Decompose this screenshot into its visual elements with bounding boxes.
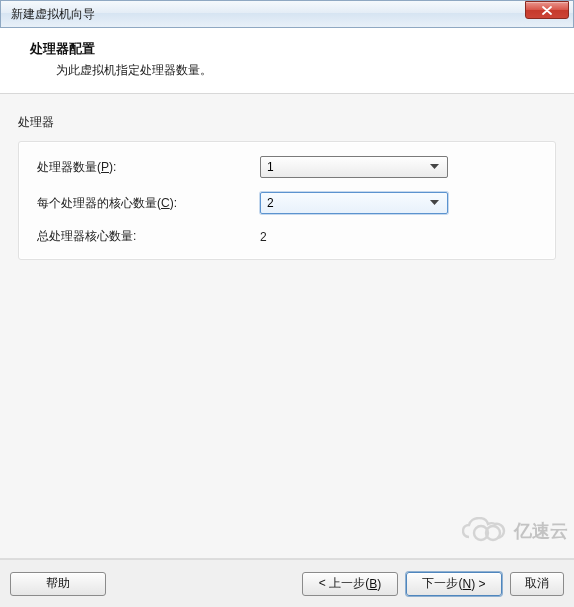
close-button[interactable] [525,1,569,19]
close-icon [542,6,552,15]
select-cores-per-processor[interactable]: 2 [260,192,448,214]
chevron-down-icon [426,157,443,177]
wizard-header: 处理器配置 为此虚拟机指定处理器数量。 [0,28,574,94]
titlebar: 新建虚拟机向导 [0,0,574,28]
label-total-cores: 总处理器核心数量: [35,228,260,245]
value-total-cores: 2 [260,230,267,244]
select-cores-per-processor-value: 2 [267,196,274,210]
next-button[interactable]: 下一步(N) > [406,572,502,596]
back-button[interactable]: < 上一步(B) [302,572,398,596]
select-processor-count-value: 1 [267,160,274,174]
select-processor-count[interactable]: 1 [260,156,448,178]
processors-group: 处理器数量(P): 1 每个处理器的核心数量(C): 2 总处理器核心数量: [18,141,556,260]
button-bar: 帮助 < 上一步(B) 下一步(N) > 取消 [0,559,574,607]
row-cores-per-processor: 每个处理器的核心数量(C): 2 [35,192,539,214]
row-processor-count: 处理器数量(P): 1 [35,156,539,178]
group-label-processors: 处理器 [18,114,556,131]
page-subtitle: 为此虚拟机指定处理器数量。 [30,62,558,79]
window-title: 新建虚拟机向导 [11,6,95,23]
content-area: 处理器 处理器数量(P): 1 每个处理器的核心数量(C): 2 [0,94,574,559]
page-title: 处理器配置 [30,40,558,58]
label-processor-count: 处理器数量(P): [35,159,260,176]
chevron-down-icon [426,193,443,213]
row-total-cores: 总处理器核心数量: 2 [35,228,539,245]
cancel-button[interactable]: 取消 [510,572,564,596]
label-cores-per-processor: 每个处理器的核心数量(C): [35,195,260,212]
help-button[interactable]: 帮助 [10,572,106,596]
